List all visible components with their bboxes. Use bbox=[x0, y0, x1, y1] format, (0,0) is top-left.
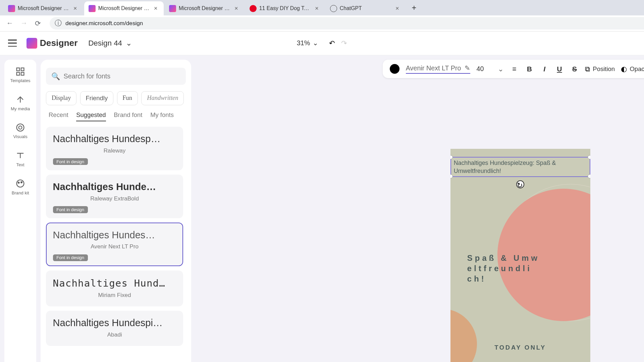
body-line: eltfreundli bbox=[467, 264, 532, 273]
tab-suggested[interactable]: Suggested bbox=[76, 111, 106, 121]
zoom-dropdown[interactable]: 31% ⌄ bbox=[297, 39, 318, 47]
chevron-down-icon: ⌄ bbox=[126, 39, 132, 48]
rotate-handle[interactable]: ↻ bbox=[516, 180, 524, 188]
font-preview-text: Nachhaltiges Hundespi… bbox=[53, 317, 176, 328]
resize-handle-br[interactable] bbox=[588, 174, 590, 178]
design-title-dropdown[interactable]: Design 44 ⌄ bbox=[88, 39, 131, 48]
font-item[interactable]: Nachhaltiges Hunde… Raleway ExtraBold Fo… bbox=[46, 175, 183, 218]
layers-icon: ⧉ bbox=[585, 65, 590, 73]
canvas-footer-text[interactable]: TODAY ONLY bbox=[450, 344, 590, 351]
rail-templates[interactable]: Templates bbox=[4, 65, 36, 85]
svg-point-5 bbox=[19, 126, 22, 129]
decorative-circle-tan[interactable] bbox=[450, 309, 477, 362]
position-label: Position bbox=[593, 65, 615, 73]
font-item[interactable]: Nachhaltiges Hundesp… Raleway Font in de… bbox=[46, 127, 183, 170]
back-icon[interactable]: ← bbox=[5, 19, 14, 27]
svg-rect-1 bbox=[21, 68, 24, 71]
designer-logo-icon bbox=[26, 38, 37, 49]
address-bar[interactable]: ⓘ designer.microsoft.com/design ⊞ 🔍 ☆ bbox=[50, 17, 644, 29]
chatgpt-icon bbox=[330, 5, 337, 12]
canvas-body-text[interactable]: Spaß & Umw eltfreundli ch! bbox=[467, 253, 581, 284]
selected-text-element[interactable]: Nachhaltiges Hundespielzeug: Spaß & Umwe… bbox=[450, 157, 590, 177]
close-tab-icon[interactable]: × bbox=[394, 5, 401, 12]
resize-handle-tl[interactable] bbox=[450, 155, 453, 159]
new-tab-button[interactable]: + bbox=[408, 2, 420, 14]
tab-1[interactable]: Microsoft Designer - Stunning × bbox=[4, 1, 83, 15]
body-line: ch! bbox=[467, 275, 486, 283]
font-family-dropdown[interactable]: Avenir Next LT Pro ✎ bbox=[406, 64, 470, 74]
tab-brand-font[interactable]: Brand font bbox=[114, 111, 142, 121]
font-size-input[interactable] bbox=[477, 65, 492, 73]
font-name-label: Abadi bbox=[53, 331, 176, 338]
tab-favicon-icon bbox=[169, 5, 176, 12]
svg-point-6 bbox=[17, 180, 24, 187]
rail-brand-kit[interactable]: Brand kit bbox=[4, 177, 36, 197]
font-filter-chips: Display Friendly Fun Handwritten Mo bbox=[46, 91, 186, 105]
svg-rect-2 bbox=[17, 72, 19, 75]
canvas-title-text[interactable]: Nachhaltiges Hundespielzeug: Spaß & Umwe… bbox=[454, 159, 587, 175]
rail-visuals[interactable]: Visuals bbox=[4, 121, 36, 141]
opacity-button[interactable]: ◐ Opacity bbox=[621, 65, 644, 73]
forward-icon[interactable]: → bbox=[19, 19, 28, 27]
font-item[interactable]: Nachhaltiges Hund… Miriam Fixed bbox=[46, 270, 183, 306]
resize-handle-tr[interactable] bbox=[588, 155, 590, 159]
tab-2-active[interactable]: Microsoft Designer - Stunning × bbox=[84, 1, 164, 15]
font-preview-text: Nachhaltiges Hundes… bbox=[53, 230, 176, 241]
strikethrough-icon[interactable]: S bbox=[570, 65, 579, 73]
font-tabs: Recent Suggested Brand font My fonts bbox=[46, 111, 186, 121]
tab-favicon-icon bbox=[8, 5, 15, 12]
chevron-down-icon[interactable]: ⌄ bbox=[498, 65, 504, 73]
tab-5[interactable]: ChatGPT × bbox=[326, 1, 405, 15]
tab-my-fonts[interactable]: My fonts bbox=[150, 111, 174, 121]
url-text: designer.microsoft.com/design bbox=[65, 20, 143, 27]
close-tab-icon[interactable]: × bbox=[72, 5, 79, 12]
upload-icon bbox=[15, 95, 25, 105]
site-info-icon[interactable]: ⓘ bbox=[55, 18, 62, 28]
menu-hamburger-icon[interactable] bbox=[8, 40, 17, 47]
chip-handwritten[interactable]: Handwritten bbox=[141, 91, 184, 105]
font-in-design-badge: Font in design bbox=[53, 206, 88, 213]
font-name-label: Miriam Fixed bbox=[53, 292, 176, 299]
font-item[interactable]: Nachhaltiges Hundespi… Abadi bbox=[46, 311, 183, 346]
text-color-swatch[interactable] bbox=[390, 64, 399, 74]
align-icon[interactable]: ≡ bbox=[510, 65, 519, 73]
rail-text[interactable]: Text bbox=[4, 149, 36, 169]
tab-3[interactable]: Microsoft Designer - Stunning × bbox=[165, 1, 244, 15]
chip-fun[interactable]: Fun bbox=[117, 91, 138, 105]
app-logo-text[interactable]: Designer bbox=[40, 38, 78, 48]
rail-label: Brand kit bbox=[12, 190, 29, 195]
reload-icon[interactable]: ⟳ bbox=[34, 19, 42, 27]
font-search-box[interactable]: 🔍 bbox=[46, 68, 186, 85]
svg-rect-0 bbox=[17, 68, 19, 71]
close-tab-icon[interactable]: × bbox=[313, 5, 320, 12]
underline-icon[interactable]: U bbox=[555, 65, 564, 73]
rail-label: My media bbox=[11, 106, 30, 111]
close-tab-icon[interactable]: × bbox=[152, 5, 159, 12]
visuals-icon bbox=[15, 123, 25, 132]
italic-icon[interactable]: I bbox=[540, 65, 549, 73]
font-panel: 🔍 Display Friendly Fun Handwritten Mo Re… bbox=[41, 60, 191, 362]
design-title-text: Design 44 bbox=[88, 39, 122, 48]
chip-friendly[interactable]: Friendly bbox=[80, 91, 113, 105]
close-tab-icon[interactable]: × bbox=[233, 5, 240, 12]
redo-icon[interactable]: ↷ bbox=[341, 39, 347, 47]
rail-my-media[interactable]: My media bbox=[4, 93, 36, 113]
bold-icon[interactable]: B bbox=[525, 65, 534, 73]
tab-title: Microsoft Designer - Stunning bbox=[18, 5, 70, 11]
tab-recent[interactable]: Recent bbox=[49, 111, 68, 121]
resize-handle-bl[interactable] bbox=[450, 174, 453, 178]
design-canvas[interactable]: Nachhaltiges Hundespielzeug: Spaß & Umwe… bbox=[450, 149, 590, 362]
font-search-input[interactable] bbox=[64, 72, 181, 80]
font-list[interactable]: Nachhaltiges Hundesp… Raleway Font in de… bbox=[46, 127, 186, 362]
pinterest-icon bbox=[250, 5, 257, 12]
tab-title: ChatGPT bbox=[340, 5, 392, 11]
canvas-area[interactable]: Avenir Next LT Pro ✎ ⌄ ≡ B I U S ⧉ Posit… bbox=[191, 55, 644, 362]
undo-icon[interactable]: ↶ bbox=[329, 39, 335, 47]
chip-display[interactable]: Display bbox=[46, 91, 76, 105]
palette-icon bbox=[15, 179, 25, 188]
tab-4[interactable]: 11 Easy DIY Dog Toys Using Fr × bbox=[245, 1, 325, 15]
font-name-label: Avenir Next LT Pro bbox=[53, 243, 176, 250]
font-item[interactable]: Nachhaltiges Hundes… Avenir Next LT Pro … bbox=[46, 223, 183, 266]
tab-title: Microsoft Designer - Stunning bbox=[98, 5, 151, 11]
position-button[interactable]: ⧉ Position bbox=[585, 65, 615, 73]
